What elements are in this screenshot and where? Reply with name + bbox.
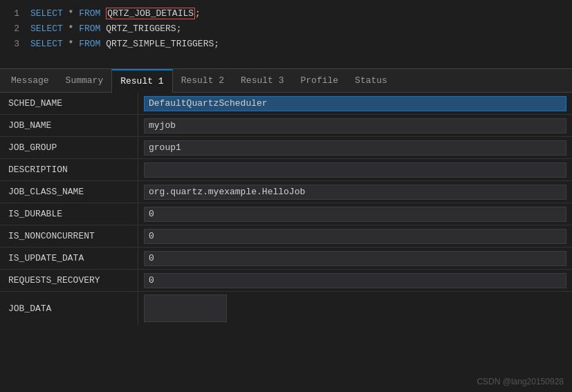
tab-result-2[interactable]: Result 2 bbox=[173, 69, 232, 93]
grid-value-inner[interactable]: 0 bbox=[144, 229, 566, 244]
grid-value-inner[interactable]: myjob bbox=[144, 118, 566, 133]
grid-value-inner[interactable]: 0 bbox=[144, 273, 566, 288]
grid-value-inner[interactable]: group1 bbox=[144, 140, 566, 156]
tab-result-1[interactable]: Result 1 bbox=[111, 69, 172, 93]
grid-row: JOB_NAMEmyjob bbox=[0, 115, 572, 137]
grid-row: REQUESTS_RECOVERY0 bbox=[0, 270, 572, 292]
grid-field-label: IS_UPDATE_DATA bbox=[0, 248, 138, 269]
tab-summary[interactable]: Summary bbox=[57, 69, 112, 93]
grid-row: JOB_DATA bbox=[0, 292, 572, 325]
app-container: 1SELECT * FROM QRTZ_JOB_DETAILS;2SELECT … bbox=[0, 0, 572, 392]
sql-text: SELECT * FROM QRTZ_TRIGGERS; bbox=[30, 24, 181, 34]
sql-text: SELECT * FROM QRTZ_SIMPLE_TRIGGERS; bbox=[30, 39, 219, 49]
grid-cell-value[interactable]: DefaultQuartzScheduler bbox=[138, 93, 572, 114]
grid-value-inner[interactable] bbox=[144, 162, 566, 178]
line-number: 1 bbox=[6, 8, 19, 19]
grid-value-inner[interactable]: org.quartz.myexample.HelloJob bbox=[144, 185, 566, 200]
grid-field-label: REQUESTS_RECOVERY bbox=[0, 270, 138, 291]
grid-row: DESCRIPTION bbox=[0, 159, 572, 181]
grid-field-label: IS_NONCONCURRENT bbox=[0, 225, 138, 247]
tab-profile[interactable]: Profile bbox=[292, 69, 347, 93]
grid-cell-value[interactable]: 0 bbox=[138, 270, 572, 291]
tab-status[interactable]: Status bbox=[347, 69, 396, 93]
sql-text: SELECT * FROM QRTZ_JOB_DETAILS; bbox=[30, 8, 201, 19]
sql-line: 1SELECT * FROM QRTZ_JOB_DETAILS; bbox=[0, 6, 572, 21]
grid-field-label: IS_DURABLE bbox=[0, 203, 138, 225]
grid-field-label: JOB_DATA bbox=[0, 292, 138, 325]
grid-cell-value[interactable]: 0 bbox=[138, 248, 572, 269]
highlighted-table: QRTZ_JOB_DETAILS bbox=[106, 8, 195, 19]
grid-row: IS_DURABLE0 bbox=[0, 203, 572, 225]
grid-row: IS_NONCONCURRENT0 bbox=[0, 225, 572, 248]
line-number: 3 bbox=[6, 39, 19, 49]
tabs-bar: MessageSummaryResult 1Result 2Result 3Pr… bbox=[0, 69, 572, 93]
grid-cell-value[interactable]: myjob bbox=[138, 115, 572, 136]
grid-value-inner[interactable]: 0 bbox=[144, 207, 566, 222]
watermark: CSDN @lang20150928 bbox=[477, 377, 564, 386]
grid-cell-value[interactable]: group1 bbox=[138, 137, 572, 158]
grid-cell-value[interactable]: org.quartz.myexample.HelloJob bbox=[138, 181, 572, 203]
grid-row: JOB_CLASS_NAMEorg.quartz.myexample.Hello… bbox=[0, 181, 572, 203]
grid-row: JOB_GROUPgroup1 bbox=[0, 137, 572, 159]
sql-editor: 1SELECT * FROM QRTZ_JOB_DETAILS;2SELECT … bbox=[0, 0, 572, 69]
grid-value-inner[interactable]: 0 bbox=[144, 251, 566, 266]
grid-cell-value[interactable] bbox=[138, 159, 572, 180]
grid-cell-value[interactable]: 0 bbox=[138, 203, 572, 225]
sql-line: 2SELECT * FROM QRTZ_TRIGGERS; bbox=[0, 21, 572, 36]
grid-row: IS_UPDATE_DATA0 bbox=[0, 248, 572, 270]
grid-value-inner[interactable]: DefaultQuartzScheduler bbox=[144, 96, 566, 111]
grid-field-label: JOB_NAME bbox=[0, 115, 138, 136]
tab-result-3[interactable]: Result 3 bbox=[232, 69, 292, 93]
grid-cell-value[interactable] bbox=[138, 292, 572, 325]
grid-row: SCHED_NAMEDefaultQuartzScheduler bbox=[0, 93, 572, 115]
grid-field-label: JOB_GROUP bbox=[0, 137, 138, 158]
grid-field-label: DESCRIPTION bbox=[0, 159, 138, 180]
grid-cell-value[interactable]: 0 bbox=[138, 225, 572, 247]
grid-field-label: SCHED_NAME bbox=[0, 93, 138, 114]
tab-message[interactable]: Message bbox=[3, 69, 57, 93]
results-grid: SCHED_NAMEDefaultQuartzSchedulerJOB_NAME… bbox=[0, 93, 572, 392]
grid-field-label: JOB_CLASS_NAME bbox=[0, 181, 138, 203]
grid-value-inner[interactable] bbox=[144, 295, 227, 322]
line-number: 2 bbox=[6, 24, 19, 34]
sql-line: 3SELECT * FROM QRTZ_SIMPLE_TRIGGERS; bbox=[0, 36, 572, 51]
